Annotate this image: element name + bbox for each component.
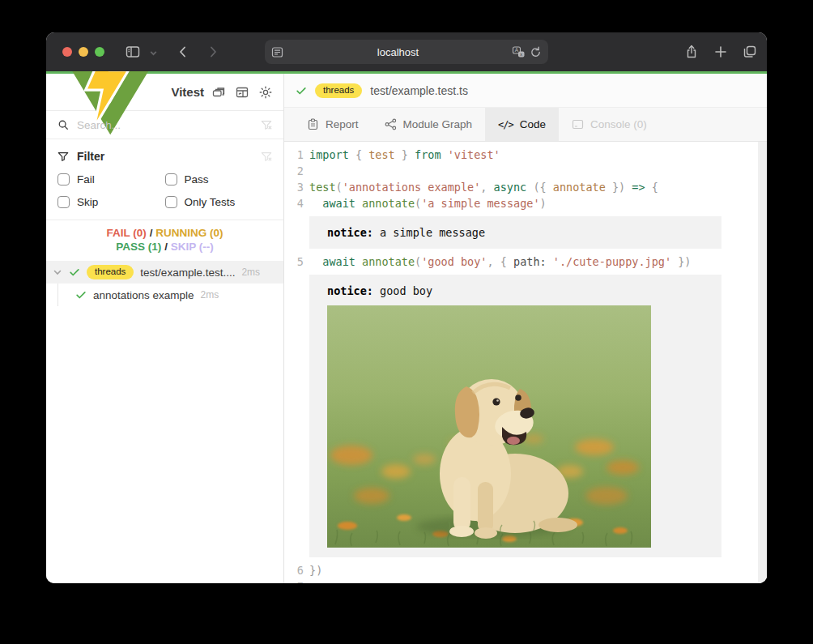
running-count: RUNNING (0) — [155, 227, 223, 239]
checkbox[interactable] — [57, 196, 70, 208]
checkbox-label: Pass — [185, 173, 209, 186]
sidebar: Vitest — [46, 74, 284, 583]
sidebar-toggle-icon[interactable] — [126, 45, 140, 59]
clear-search-filter-icon[interactable] — [261, 119, 272, 130]
tab-label: Report — [326, 118, 359, 130]
theme-toggle-icon[interactable] — [259, 86, 272, 99]
code-text: }) — [309, 562, 322, 578]
tab-console: Console (0) — [559, 108, 660, 141]
pass-check-icon — [296, 85, 307, 96]
tab-bar: Report Module Graph </> Code — [284, 108, 767, 142]
reload-icon[interactable] — [530, 46, 542, 58]
code-line: 5 await annotate('good boy', { path: './… — [284, 254, 767, 270]
test-name: annotations example — [93, 289, 194, 301]
main-panel: threads test/example.test.ts Report — [284, 74, 767, 583]
checkbox[interactable] — [165, 196, 177, 208]
module-graph-icon — [385, 118, 397, 130]
tab-code[interactable]: </> Code — [485, 108, 559, 141]
notice-label: notice: — [327, 284, 373, 297]
search-icon — [57, 119, 69, 130]
traffic-lights — [62, 47, 104, 57]
chevron-down-icon[interactable] — [149, 49, 158, 58]
code-line: 3test('annotations example', async ({ an… — [284, 179, 767, 195]
filter-section: Filter Fail Pass — [46, 139, 283, 220]
checkbox[interactable] — [57, 173, 70, 186]
console-icon — [572, 118, 584, 130]
chevron-down-icon[interactable] — [53, 267, 62, 277]
checkbox-label: Only Tests — [185, 196, 236, 208]
url-text[interactable]: localhost — [283, 46, 513, 58]
test-tree: threads test/example.test.... 2ms annota… — [46, 261, 283, 306]
new-tab-icon[interactable] — [713, 45, 728, 59]
filter-checkbox-only-tests[interactable]: Only Tests — [165, 196, 273, 208]
translate-icon[interactable]: A x — [513, 46, 525, 58]
code-text: await annotate('good boy', { path: './cu… — [309, 254, 692, 270]
forward-icon[interactable] — [206, 45, 220, 59]
annotation-notice: notice: a simple message — [309, 216, 721, 249]
tab-module-graph[interactable]: Module Graph — [372, 108, 486, 141]
search-input[interactable] — [77, 119, 253, 131]
pass-check-icon — [75, 289, 87, 301]
file-header: threads test/example.test.ts — [284, 74, 767, 108]
dashboard-icon[interactable] — [236, 86, 249, 99]
pool-badge: threads — [315, 83, 362, 98]
checkbox-label: Fail — [77, 173, 95, 186]
collapse-tests-icon[interactable] — [212, 86, 225, 99]
filter-checkbox-pass[interactable]: Pass — [165, 173, 273, 186]
report-icon — [307, 118, 319, 130]
close-button[interactable] — [62, 47, 72, 57]
skip-count: SKIP (--) — [171, 241, 214, 253]
back-icon[interactable] — [176, 45, 190, 59]
filter-icon — [57, 151, 69, 162]
code-text: test('annotations example', async ({ ann… — [309, 179, 658, 195]
tab-overview-icon[interactable] — [743, 45, 757, 59]
tab-label: Console (0) — [590, 118, 647, 130]
line-number: 4 — [284, 195, 304, 211]
fail-count: FAIL (0) — [107, 227, 147, 239]
line-number: 7 — [284, 578, 304, 583]
share-icon[interactable] — [684, 45, 699, 59]
tab-report[interactable]: Report — [294, 108, 372, 141]
browser-window: localhost A x — [46, 32, 767, 583]
code-icon: </> — [498, 119, 513, 130]
annotation-notice: notice: good boy — [309, 275, 721, 557]
code-line: 1import { test } from 'vitest' — [284, 147, 767, 163]
line-number: 3 — [284, 179, 304, 195]
tab-label: Module Graph — [403, 118, 473, 130]
line-number: 2 — [284, 163, 304, 179]
code-line: 2 — [284, 163, 767, 179]
annotation-attachment-image — [327, 305, 651, 548]
summary-line-1: FAIL (0) / RUNNING (0) — [46, 226, 283, 240]
pass-count: PASS (1) — [116, 241, 161, 253]
notice-message: good boy — [373, 284, 432, 297]
line-number: 6 — [284, 562, 304, 578]
code-line: 7 — [284, 578, 767, 583]
duration: 2ms — [201, 289, 219, 301]
checkbox[interactable] — [165, 173, 177, 186]
minimize-button[interactable] — [79, 47, 88, 57]
vertical-scrollbar[interactable] — [758, 142, 767, 583]
reader-mode-icon[interactable] — [271, 46, 283, 58]
clear-filter-icon[interactable] — [261, 151, 272, 162]
tree-row-file[interactable]: threads test/example.test.... 2ms — [46, 261, 283, 284]
code-text: import { test } from 'vitest' — [309, 147, 500, 163]
browser-toolbar: localhost A x — [46, 32, 767, 71]
checkbox-label: Skip — [77, 196, 98, 208]
fullscreen-button[interactable] — [95, 47, 104, 57]
test-summary: FAIL (0) / RUNNING (0) PASS (1) / SKIP (… — [46, 220, 283, 261]
file-name: test/example.test.... — [140, 267, 235, 279]
code-text: await annotate('a simple message') — [309, 195, 547, 211]
line-number: 1 — [284, 147, 304, 163]
pass-check-icon — [69, 267, 80, 278]
code-line: 4 await annotate('a simple message') — [284, 195, 767, 211]
notice-message: a simple message — [373, 226, 485, 239]
summary-line-2: PASS (1) / SKIP (--) — [46, 240, 283, 254]
sidebar-header: Vitest — [46, 74, 283, 111]
filter-checkbox-fail[interactable]: Fail — [57, 173, 165, 186]
tree-row-test[interactable]: annotations example 2ms — [46, 284, 283, 306]
open-file-name: test/example.test.ts — [370, 84, 468, 97]
code-editor: 1import { test } from 'vitest'23test('an… — [284, 142, 767, 583]
duration: 2ms — [241, 267, 260, 278]
url-bar[interactable]: localhost A x — [265, 40, 548, 64]
filter-checkbox-skip[interactable]: Skip — [57, 196, 165, 208]
